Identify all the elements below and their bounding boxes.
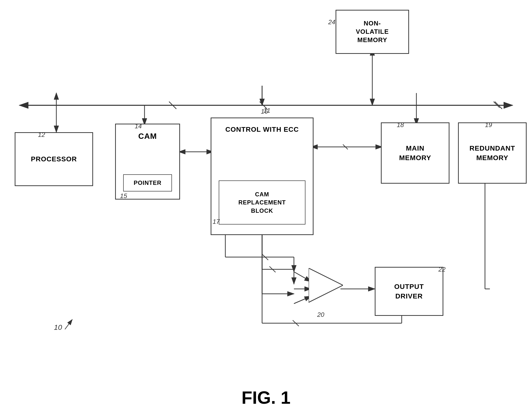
ref-17: 17: [213, 218, 220, 225]
control-ecc-label: CONTROL WITH ECC: [225, 126, 299, 133]
cam-replacement-label: CAM REPLACEMENT BLOCK: [238, 190, 286, 215]
redundant-memory-label: REDUNDANT MEMORY: [470, 143, 515, 163]
non-volatile-memory-label: NON- VOLATILE MEMORY: [356, 19, 389, 44]
ref-16: 16: [261, 108, 268, 115]
svg-line-41: [494, 102, 500, 108]
mux-block: [309, 268, 343, 311]
ref-12: 12: [38, 131, 45, 139]
ref-24: 24: [328, 18, 335, 26]
control-ecc-block: CONTROL WITH ECC CAM REPLACEMENT BLOCK: [211, 118, 314, 235]
pointer-block: POINTER: [123, 174, 172, 191]
ref-10-arrow: [55, 317, 75, 332]
cam-block: CAM POINTER: [115, 124, 180, 200]
pointer-label: POINTER: [134, 179, 162, 186]
diagram: NON- VOLATILE MEMORY 24 11 PROCESSOR 12 …: [0, 0, 532, 387]
svg-line-43: [65, 320, 72, 329]
output-driver-block: OUTPUT DRIVER: [375, 267, 443, 316]
ref-20: 20: [317, 311, 324, 319]
main-memory-block: MAIN MEMORY: [381, 122, 449, 184]
cam-replacement-block: CAM REPLACEMENT BLOCK: [219, 180, 305, 225]
processor-block: PROCESSOR: [15, 132, 93, 186]
non-volatile-memory-block: NON- VOLATILE MEMORY: [336, 10, 409, 54]
figure-label: FIG. 1: [242, 388, 290, 408]
ref-15: 15: [120, 192, 127, 200]
cam-label: CAM: [138, 132, 157, 141]
redundant-memory-block: REDUNDANT MEMORY: [458, 122, 527, 184]
svg-marker-42: [309, 268, 343, 302]
ref-18: 18: [397, 121, 404, 129]
ref-22: 22: [438, 266, 446, 273]
output-driver-label: OUTPUT DRIVER: [394, 282, 424, 301]
main-memory-label: MAIN MEMORY: [399, 143, 431, 163]
processor-label: PROCESSOR: [31, 155, 77, 163]
ref-14: 14: [135, 122, 142, 130]
ref-19: 19: [485, 121, 492, 129]
